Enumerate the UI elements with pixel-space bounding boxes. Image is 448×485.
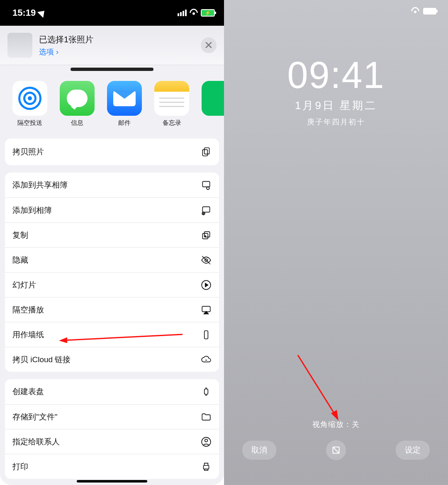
action-save-to-files[interactable]: 存储到"文件" xyxy=(5,404,219,429)
airplay-icon xyxy=(201,305,212,315)
share-app-mail[interactable]: 邮件 xyxy=(107,81,142,127)
airdrop-icon xyxy=(18,87,41,110)
svg-rect-0 xyxy=(205,148,209,154)
share-sheet-screen: 15:19 ⚡ 已选择1张照片 选项 › ✕ 隔空投送 信息 邮件 xyxy=(0,0,224,485)
share-options-link[interactable]: 选项 › xyxy=(39,47,201,57)
svg-rect-15 xyxy=(205,389,208,395)
share-app-notes[interactable]: 备忘录 xyxy=(154,81,189,127)
action-airplay[interactable]: 隔空播放 xyxy=(5,297,219,322)
copy-photo-icon xyxy=(201,146,212,157)
cloud-link-icon xyxy=(201,354,212,365)
share-app-row[interactable]: 隔空投送 信息 邮件 备忘录 xyxy=(0,73,224,133)
share-app-more[interactable] xyxy=(202,81,224,127)
lock-screen-lunar-date: 庚子年四月初十 xyxy=(307,117,365,127)
annotation-arrow-left xyxy=(58,333,187,344)
battery-icon xyxy=(423,8,436,15)
printer-icon xyxy=(201,461,212,472)
svg-point-17 xyxy=(205,439,208,442)
status-bar-left: 15:19 ⚡ xyxy=(0,0,224,26)
action-duplicate[interactable]: 复制 xyxy=(5,222,219,247)
play-icon xyxy=(201,280,212,290)
action-print[interactable]: 打印 xyxy=(5,454,219,479)
svg-marker-24 xyxy=(331,410,338,421)
add-album-icon xyxy=(201,205,212,216)
battery-icon: ⚡ xyxy=(201,9,215,17)
status-bar-right xyxy=(411,7,436,16)
home-indicator[interactable] xyxy=(77,480,147,483)
wifi-icon xyxy=(189,8,198,17)
action-add-album[interactable]: 添加到相簿 xyxy=(5,197,219,222)
svg-rect-14 xyxy=(205,331,208,339)
status-time: 15:19 xyxy=(12,7,178,18)
svg-point-3 xyxy=(207,187,209,190)
wifi-icon xyxy=(411,7,420,16)
svg-rect-4 xyxy=(202,207,209,212)
action-assign-contact[interactable]: 指定给联系人 xyxy=(5,429,219,454)
preview-strip xyxy=(0,65,224,73)
lock-screen-clock: 09:41 xyxy=(287,54,385,97)
set-button[interactable]: 设定 xyxy=(396,441,430,460)
svg-marker-11 xyxy=(205,283,208,287)
perspective-toggle-button[interactable] xyxy=(326,440,346,460)
svg-line-23 xyxy=(298,355,335,415)
cellular-bars-icon xyxy=(178,10,187,16)
share-app-messages[interactable]: 信息 xyxy=(60,81,95,127)
lock-screen-date: 1月9日 星期二 xyxy=(295,98,377,113)
messages-icon xyxy=(67,90,88,107)
share-sheet-header: 已选择1张照片 选项 › ✕ xyxy=(0,26,224,65)
duplicate-icon xyxy=(201,230,212,241)
action-create-watch-face[interactable]: 创建表盘 xyxy=(5,379,219,404)
share-title: 已选择1张照片 xyxy=(39,34,201,45)
svg-marker-20 xyxy=(59,337,67,343)
svg-rect-2 xyxy=(202,181,209,187)
location-arrow-icon xyxy=(37,8,47,18)
mail-icon xyxy=(113,90,136,106)
folder-icon xyxy=(201,412,212,422)
action-copy-photo[interactable]: 拷贝照片 xyxy=(5,139,219,165)
action-slideshow[interactable]: 幻灯片 xyxy=(5,272,219,297)
shared-album-icon xyxy=(201,180,212,190)
action-add-shared-album[interactable]: 添加到共享相簿 xyxy=(5,173,219,197)
action-hide[interactable]: 隐藏 xyxy=(5,247,219,272)
notes-icon xyxy=(154,81,189,92)
annotation-arrow-right xyxy=(295,353,344,423)
photo-thumbnail[interactable] xyxy=(7,33,32,58)
share-app-airdrop[interactable]: 隔空投送 xyxy=(12,81,47,127)
action-copy-icloud-link[interactable]: 拷贝 iCloud 链接 xyxy=(5,347,219,372)
svg-rect-1 xyxy=(202,150,207,156)
cancel-button[interactable]: 取消 xyxy=(242,441,276,460)
wallpaper-preview-screen: 09:41 1月9日 星期二 庚子年四月初十 视角缩放：关 取消 设定 xyxy=(224,0,448,485)
svg-line-19 xyxy=(66,334,183,340)
svg-rect-18 xyxy=(204,465,209,469)
hide-icon xyxy=(201,255,212,266)
watch-icon xyxy=(201,386,212,397)
close-button[interactable]: ✕ xyxy=(201,37,217,53)
svg-line-22 xyxy=(333,447,339,453)
contact-icon xyxy=(201,436,212,447)
phone-icon xyxy=(201,329,212,340)
